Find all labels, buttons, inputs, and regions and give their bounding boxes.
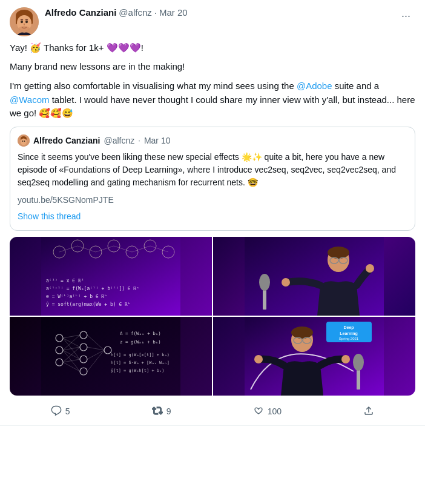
retweet-count: 9 <box>166 405 171 418</box>
tweet-line-2: Many brand new lessons are in the making… <box>10 61 185 71</box>
quoted-date: Mar 10 <box>144 134 171 147</box>
svg-text:Spring 2021: Spring 2021 <box>339 337 359 340</box>
quoted-tweet-body: Since it seems you've been liking these … <box>18 151 407 189</box>
svg-point-7 <box>19 26 30 31</box>
svg-text:h[t] = δ·Wₐ + [Wₐₓ Wₐₙ]: h[t] = δ·Wₐ + [Wₐₓ Wₐₙ] <box>111 360 170 365</box>
actions-row: 5 9 100 <box>10 403 415 418</box>
media-cell-2[interactable] <box>213 237 415 316</box>
dot-separator: · <box>154 7 157 18</box>
media-cell-1[interactable]: a⁽¹⁾ = x ∈ ℝ² a⁽ˡ⁺¹⁾ = f(Wₐ[a⁽ˡ⁾ + b⁽ˡ⁾]… <box>10 237 212 316</box>
heart-icon <box>253 405 264 418</box>
more-options-button[interactable]: ··· <box>397 7 415 25</box>
svg-point-5 <box>21 21 23 23</box>
svg-point-40 <box>259 274 270 291</box>
quoted-handle[interactable]: @alfcnz <box>104 134 134 147</box>
svg-point-12 <box>24 141 25 142</box>
avatar[interactable] <box>10 7 39 36</box>
media-cell-4[interactable]: Deep Learning Spring 2021 <box>213 317 415 396</box>
quoted-avatar <box>18 134 30 147</box>
svg-text:A = f(Wₐₓ + bₐ): A = f(Wₐₓ + bₐ) <box>120 331 161 336</box>
svg-text:ŷ = soft(arg)max(We + b) ∈ ℝᵏ: ŷ = soft(arg)max(We + b) ∈ ℝᵏ <box>46 302 131 307</box>
like-count: 100 <box>268 405 282 418</box>
reply-button[interactable]: 5 <box>51 405 70 418</box>
svg-rect-77 <box>357 368 360 390</box>
svg-point-71 <box>291 327 313 339</box>
svg-point-78 <box>353 354 364 371</box>
svg-text:a⁽¹⁾ = x ∈ ℝ²: a⁽¹⁾ = x ∈ ℝ² <box>46 278 84 284</box>
user-name-row: Alfredo Canziani @alfcnz · Mar 20 <box>45 7 188 18</box>
media-grid[interactable]: a⁽¹⁾ = x ∈ ℝ² a⁽ˡ⁺¹⁾ = f(Wₐ[a⁽ˡ⁾ + b⁽ˡ⁾]… <box>10 237 415 396</box>
svg-rect-39 <box>263 288 266 310</box>
display-name[interactable]: Alfredo Canziani <box>45 7 116 18</box>
svg-point-73 <box>341 355 350 363</box>
like-button[interactable]: 100 <box>253 405 282 418</box>
tweet-header: Alfredo Canziani @alfcnz · Mar 20 ··· <box>10 7 415 36</box>
media-cell-3[interactable]: A = f(Wₐₓ + bₐ) z = g(Wₙₕ + bₙ) h[t] = g… <box>10 317 212 396</box>
tweet-body: Yay! 🥳 Thanks for 1k+ 💜💜💜! Many brand ne… <box>10 41 415 418</box>
svg-text:ŷ[t] = g(Wₛh[t] + bₛ): ŷ[t] = g(Wₛh[t] + bₛ) <box>111 368 165 373</box>
tweet-text-2: Many brand new lessons are in the making… <box>10 60 415 74</box>
reply-count: 5 <box>65 405 70 418</box>
share-icon <box>363 405 374 418</box>
share-button[interactable] <box>363 405 374 418</box>
user-info: Alfredo Canziani @alfcnz · Mar 20 <box>45 7 188 18</box>
quoted-display-name[interactable]: Alfredo Canziani <box>33 134 100 147</box>
svg-text:Learning: Learning <box>340 331 358 336</box>
reply-icon <box>51 405 62 418</box>
svg-point-6 <box>25 21 28 23</box>
svg-text:e = W⁽ᴸ⁾a⁽ᴸ⁾ + b ∈ ℝʰ: e = W⁽ᴸ⁾a⁽ᴸ⁾ + b ∈ ℝʰ <box>46 294 107 299</box>
tweet-date[interactable]: Mar 20 <box>159 7 188 18</box>
tweet-card: Alfredo Canziani @alfcnz · Mar 20 ··· Ya… <box>0 0 425 426</box>
svg-text:z = g(Wₙₕ + bₙ): z = g(Wₙₕ + bₙ) <box>120 339 161 345</box>
tweet-header-left: Alfredo Canziani @alfcnz · Mar 20 <box>10 7 188 36</box>
svg-text:h[t] = g(Wₐ[x[t]] + bₐ): h[t] = g(Wₐ[x[t]] + bₐ) <box>111 353 170 357</box>
svg-point-10 <box>21 139 27 145</box>
mention-adobe[interactable]: @Adobe <box>297 81 332 91</box>
quoted-dot: · <box>138 134 140 147</box>
youtube-link: youtu.be/5KSGNomPJTE <box>18 194 407 207</box>
tweet-text-1: Yay! 🥳 Thanks for 1k+ 💜💜💜! <box>10 41 415 55</box>
tweet-preamble: I'm getting also comfortable in visualis… <box>10 81 297 91</box>
svg-point-72 <box>254 355 263 363</box>
svg-text:Deep: Deep <box>343 325 354 330</box>
quoted-tweet-header: Alfredo Canziani @alfcnz · Mar 10 <box>18 134 407 147</box>
mention-wacom[interactable]: @Wacom <box>10 94 50 105</box>
retweet-button[interactable]: 9 <box>152 405 171 418</box>
svg-text:a⁽ˡ⁺¹⁾ = f(Wₐ[a⁽ˡ⁾ + b⁽ˡ⁾]) ∈ : a⁽ˡ⁺¹⁾ = f(Wₐ[a⁽ˡ⁾ + b⁽ˡ⁾]) ∈ ℝˢ <box>46 286 139 291</box>
tweet-text-3: I'm getting also comfortable in visualis… <box>10 79 415 121</box>
svg-point-11 <box>22 141 24 142</box>
retweet-icon <box>152 405 163 418</box>
quoted-tweet[interactable]: Alfredo Canziani @alfcnz · Mar 10 Since … <box>10 127 415 231</box>
svg-point-35 <box>366 264 374 273</box>
svg-point-33 <box>328 247 349 259</box>
tweet-line-1: Yay! 🥳 Thanks for 1k+ 💜💜💜! <box>10 42 143 53</box>
show-thread-link[interactable]: Show this thread <box>18 210 407 223</box>
svg-point-34 <box>282 278 290 287</box>
user-handle[interactable]: @alfcnz <box>119 7 151 18</box>
